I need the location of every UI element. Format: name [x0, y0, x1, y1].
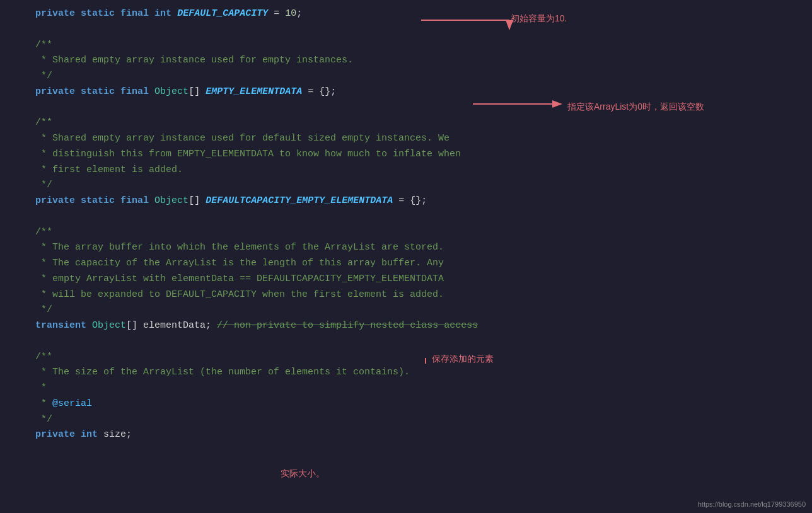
code-comment-1c: */: [13, 69, 799, 84]
code-comment-1b: * Shared empty array instance used for e…: [13, 53, 799, 69]
code-line-4: transient Object[] elementData; // non-p…: [13, 318, 799, 334]
code-comment-3c: * The capacity of the ArrayList is the l…: [13, 256, 799, 272]
code-comment-3f: */: [13, 303, 799, 318]
code-comment-2e: */: [13, 178, 799, 193]
watermark: https://blog.csdn.net/lq1799336950: [698, 500, 806, 508]
annotation-size: 实际大小。: [281, 466, 325, 481]
code-line-2: private static final Object[] EMPTY_ELEM…: [13, 84, 799, 100]
code-comment-4c: *: [13, 381, 799, 396]
code-comment-2b: * Shared empty array instance used for d…: [13, 131, 799, 147]
code-comment-3b: * The array buffer into which the elemen…: [13, 240, 799, 256]
code-comment-2d: * first element is added.: [13, 163, 799, 178]
code-comment-4d: * @serial: [13, 396, 799, 412]
code-comment-2a: /**: [13, 115, 799, 131]
code-comment-1a: /**: [13, 38, 799, 54]
code-comment-3e: * will be expanded to DEFAULT_CAPACITY w…: [13, 287, 799, 303]
code-comment-3d: * empty ArrayList with elementData == DE…: [13, 272, 799, 287]
annotation-empty-elementdata: 指定该ArrayList为0时，返回该空数: [567, 100, 704, 114]
code-comment-4b: * The size of the ArrayList (the number …: [13, 365, 799, 381]
code-line-3: private static final Object[] DEFAULTCAP…: [13, 193, 799, 209]
code-line-5: private int size;: [13, 427, 799, 443]
code-line-1: private static final int DEFAULT_CAPACIT…: [13, 6, 799, 22]
code-area: private static final int DEFAULT_CAPACIT…: [13, 6, 799, 443]
code-comment-4e: */: [13, 412, 799, 428]
code-comment-3a: /**: [13, 225, 799, 241]
code-comment-4a: /**: [13, 350, 799, 366]
code-comment-2c: * distinguish this from EMPTY_ELEMENTDAT…: [13, 147, 799, 163]
